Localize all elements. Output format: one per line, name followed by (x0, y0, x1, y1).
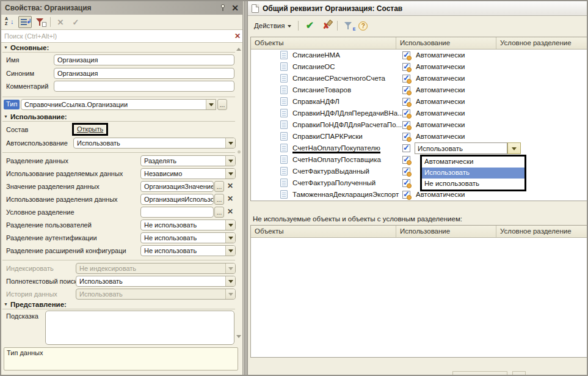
section-main[interactable]: Основные: (4, 44, 49, 51)
column-objects[interactable]: Объекты (251, 226, 396, 237)
help-icon[interactable]: ? (358, 21, 368, 31)
object-name: СписаниеТоваров (292, 86, 351, 94)
composition-open-link[interactable]: Открыть (77, 125, 103, 133)
composition-toolbar: Действия ✔ ✘ E ? (248, 17, 587, 34)
usage-checkbox[interactable] (402, 63, 410, 71)
dropdown-icon[interactable] (225, 169, 235, 179)
user-separation-select[interactable]: Не использовать (140, 219, 236, 230)
table-row[interactable]: ТаможеннаяДекларацияЭкспортАвтоматически (251, 189, 587, 201)
usage-value: Автоматически (416, 86, 465, 94)
clear-icon[interactable]: ✕ (227, 194, 233, 203)
table-row[interactable]: СправкиСПАРКРискиАвтоматически (251, 131, 587, 142)
shared-data-use-select[interactable]: Независимо (140, 168, 236, 179)
choose-button[interactable]: ... (214, 194, 224, 205)
auth-separation-select[interactable]: Не использовать (140, 232, 236, 243)
column-objects[interactable]: Объекты (251, 37, 396, 49)
usage-checkbox[interactable] (402, 109, 410, 117)
auto-use-select[interactable]: Использовать (73, 138, 236, 149)
group-by-category-button[interactable] (18, 16, 32, 28)
table-row[interactable]: СчетНаОплатуПокупателюИспользовать (251, 142, 587, 154)
table-row[interactable]: СчетНаОплатуПоставщика (251, 154, 587, 166)
dropdown-option[interactable]: Не использовать (422, 179, 524, 190)
pin-icon[interactable] (219, 4, 227, 12)
table-row[interactable]: СписаниеТоваровАвтоматически (251, 84, 587, 96)
clear-icon[interactable]: ✕ (227, 182, 233, 190)
usage-checkbox[interactable] (402, 121, 410, 129)
conditional-separation-label: Условное разделение (6, 208, 74, 216)
table-row[interactable]: СчетФактураВыданный (251, 166, 587, 177)
table-row[interactable]: СписаниеОСАвтоматически (251, 61, 587, 73)
type-combobox[interactable]: СправочникСсылка.Организации (21, 99, 216, 110)
usage-checkbox[interactable] (402, 51, 410, 59)
usage-value: Автоматически (416, 75, 465, 82)
table-row[interactable]: СправкаНДФЛАвтоматически (251, 96, 587, 108)
usage-checkbox[interactable] (402, 179, 410, 187)
dropdown-icon[interactable] (225, 276, 235, 286)
section-usage[interactable]: Использование: (4, 113, 67, 120)
synonym-input[interactable]: Организация (54, 68, 234, 79)
properties-titlebar: Свойства: Организация ✕ (1, 1, 242, 15)
table-row[interactable]: СправкиПоНДФЛДляРасчетаПо...Автоматическ… (251, 119, 587, 131)
object-name: СписаниеНМА (292, 51, 340, 59)
mark-use-button[interactable]: ✔ (303, 20, 316, 32)
column-conditional[interactable]: Условное разделение (496, 226, 587, 237)
usage-dropdown-button[interactable] (507, 142, 521, 154)
filter-properties-button[interactable] (34, 16, 47, 28)
document-icon (280, 155, 288, 164)
cancel-edit-button[interactable]: ✕ (54, 16, 67, 28)
filter-button[interactable]: E (342, 20, 355, 32)
mark-unuse-button[interactable]: ✘ (319, 20, 333, 32)
dropdown-icon[interactable] (225, 246, 235, 256)
usage-checkbox[interactable] (402, 133, 410, 141)
usage-checkbox[interactable] (402, 98, 410, 106)
usage-checkbox[interactable] (402, 168, 410, 175)
column-usage[interactable]: Использование (396, 226, 496, 237)
conditional-separation-field[interactable] (140, 207, 214, 218)
type-dropdown-icon[interactable] (206, 100, 216, 109)
status-panel (452, 371, 507, 376)
usage-checkbox[interactable] (402, 191, 410, 199)
actions-menu-button[interactable]: Действия (252, 20, 294, 31)
name-input[interactable]: Организация (54, 54, 234, 65)
usage-checkbox[interactable] (402, 75, 410, 83)
panel-splitter[interactable] (244, 1, 248, 375)
usage-checkbox[interactable] (402, 144, 410, 152)
table-row[interactable]: СписаниеНМААвтоматически (251, 50, 587, 61)
dropdown-icon[interactable] (225, 220, 235, 230)
search-input[interactable] (1, 31, 233, 42)
section-presentation[interactable]: Представление: (4, 301, 67, 308)
ext-separation-select[interactable]: Не использовать (140, 245, 236, 256)
dropdown-icon[interactable] (225, 233, 235, 243)
fulltext-search-select[interactable]: Использовать (76, 276, 236, 287)
scrollbar-thumb[interactable] (238, 150, 241, 153)
separation-value-field[interactable]: ОрганизацияЗначение (140, 181, 214, 192)
tooltip-textarea[interactable] (45, 311, 234, 345)
type-edit-button[interactable]: ... (217, 99, 227, 110)
clear-search-icon[interactable]: ✕ (233, 32, 242, 40)
dropdown-icon[interactable] (225, 138, 235, 148)
unused-table-header: Объекты Использование Условное разделени… (251, 226, 587, 238)
clear-icon[interactable]: ✕ (227, 207, 233, 216)
dropdown-icon[interactable] (225, 156, 235, 166)
column-conditional[interactable]: Условное разделение (496, 37, 587, 49)
scroll-up-icon[interactable] (236, 45, 241, 51)
scroll-down-icon[interactable] (236, 335, 241, 341)
usage-combobox[interactable]: Использовать (415, 142, 507, 154)
choose-button[interactable]: ... (214, 181, 224, 192)
column-usage[interactable]: Использование (396, 37, 496, 49)
dropdown-option[interactable]: Автоматически (422, 157, 524, 168)
usage-checkbox[interactable] (402, 156, 410, 164)
comment-input[interactable] (54, 81, 234, 92)
choose-button[interactable]: ... (214, 207, 224, 218)
dropdown-option[interactable]: Использовать (422, 168, 524, 179)
separation-use-field[interactable]: ОрганизацияИспользова (140, 194, 214, 205)
apply-edit-button[interactable]: ✓ (69, 16, 82, 28)
table-row[interactable]: СправкиНДФЛДляПередачиВНа...Автоматическ… (251, 108, 587, 119)
data-separation-select[interactable]: Разделять (140, 155, 236, 166)
table-row[interactable]: СчетФактураПолученный (251, 177, 587, 189)
sort-alpha-button[interactable]: AZ↓ (3, 16, 16, 28)
table-row[interactable]: СписаниеСРасчетногоСчетаАвтоматически (251, 73, 587, 84)
close-icon[interactable]: ✕ (231, 4, 239, 12)
type-chip: Тип (4, 100, 20, 109)
usage-checkbox[interactable] (402, 86, 410, 94)
